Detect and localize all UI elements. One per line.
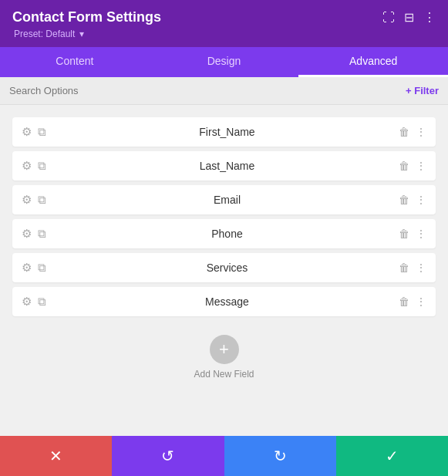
settings-icon[interactable]: ⚙ bbox=[22, 193, 32, 207]
more-options-icon[interactable]: ⋮ bbox=[416, 160, 426, 172]
more-options-icon[interactable]: ⋮ bbox=[416, 262, 426, 274]
field-name: Services bbox=[56, 262, 399, 274]
table-row: ⚙ ⧉ Last_Name 🗑 ⋮ bbox=[12, 151, 436, 181]
search-bar: + Filter bbox=[0, 77, 448, 105]
field-name: Last_Name bbox=[56, 160, 399, 172]
cancel-button[interactable]: ✕ bbox=[0, 436, 112, 476]
field-right-icons: 🗑 ⋮ bbox=[399, 194, 426, 206]
field-left-icons: ⚙ ⧉ bbox=[22, 261, 46, 275]
search-input[interactable] bbox=[9, 85, 406, 96]
field-name: Phone bbox=[56, 228, 399, 240]
field-left-icons: ⚙ ⧉ bbox=[22, 295, 46, 309]
field-left-icons: ⚙ ⧉ bbox=[22, 193, 46, 207]
table-row: ⚙ ⧉ First_Name 🗑 ⋮ bbox=[12, 117, 436, 147]
add-field-section: + Add New Field bbox=[12, 321, 436, 392]
more-options-icon[interactable]: ⋮ bbox=[416, 126, 426, 138]
field-left-icons: ⚙ ⧉ bbox=[22, 159, 46, 173]
bottom-bar: ✕ ↺ ↻ ✓ bbox=[0, 436, 448, 476]
tab-design[interactable]: Design bbox=[150, 47, 299, 77]
tab-advanced[interactable]: Advanced bbox=[298, 47, 448, 77]
field-name: First_Name bbox=[56, 126, 399, 138]
add-new-field-button[interactable]: + bbox=[210, 335, 239, 364]
field-right-icons: 🗑 ⋮ bbox=[399, 160, 426, 172]
delete-icon[interactable]: 🗑 bbox=[399, 194, 409, 206]
duplicate-icon[interactable]: ⧉ bbox=[38, 125, 46, 139]
field-left-icons: ⚙ ⧉ bbox=[22, 125, 46, 139]
columns-icon[interactable]: ⊟ bbox=[404, 10, 414, 25]
field-right-icons: 🗑 ⋮ bbox=[399, 295, 426, 308]
table-row: ⚙ ⧉ Message 🗑 ⋮ bbox=[12, 287, 436, 316]
add-field-label: Add New Field bbox=[194, 369, 254, 380]
delete-icon[interactable]: 🗑 bbox=[399, 295, 409, 308]
header-top: Contact Form Settings ⛶ ⊟ ⋮ bbox=[12, 9, 436, 25]
tab-content[interactable]: Content bbox=[0, 47, 150, 77]
settings-icon[interactable]: ⚙ bbox=[22, 125, 32, 139]
expand-icon[interactable]: ⛶ bbox=[382, 11, 395, 25]
field-name: Message bbox=[56, 295, 399, 308]
tabs: Content Design Advanced bbox=[0, 47, 448, 77]
settings-icon[interactable]: ⚙ bbox=[22, 159, 32, 173]
delete-icon[interactable]: 🗑 bbox=[399, 126, 409, 138]
more-icon[interactable]: ⋮ bbox=[423, 10, 436, 25]
save-button[interactable]: ✓ bbox=[336, 436, 448, 476]
more-options-icon[interactable]: ⋮ bbox=[416, 194, 426, 206]
duplicate-icon[interactable]: ⧉ bbox=[38, 295, 46, 309]
field-left-icons: ⚙ ⧉ bbox=[22, 227, 46, 241]
contact-form-settings-window: Contact Form Settings ⛶ ⊟ ⋮ Preset: Defa… bbox=[0, 0, 448, 476]
table-row: ⚙ ⧉ Email 🗑 ⋮ bbox=[12, 185, 436, 214]
field-right-icons: 🗑 ⋮ bbox=[399, 126, 426, 138]
duplicate-icon[interactable]: ⧉ bbox=[38, 159, 46, 173]
header-icons: ⛶ ⊟ ⋮ bbox=[382, 10, 436, 25]
more-options-icon[interactable]: ⋮ bbox=[416, 228, 426, 240]
field-right-icons: 🗑 ⋮ bbox=[399, 228, 426, 240]
duplicate-icon[interactable]: ⧉ bbox=[38, 193, 46, 207]
duplicate-icon[interactable]: ⧉ bbox=[38, 227, 46, 241]
undo-button[interactable]: ↺ bbox=[112, 436, 224, 476]
delete-icon[interactable]: 🗑 bbox=[399, 228, 409, 240]
field-name: Email bbox=[56, 194, 399, 206]
delete-icon[interactable]: 🗑 bbox=[399, 262, 409, 274]
settings-icon[interactable]: ⚙ bbox=[22, 227, 32, 241]
settings-icon[interactable]: ⚙ bbox=[22, 295, 32, 309]
delete-icon[interactable]: 🗑 bbox=[399, 160, 409, 172]
fields-list: ⚙ ⧉ First_Name 🗑 ⋮ ⚙ ⧉ Last_Name 🗑 ⋮ ⚙ bbox=[0, 105, 448, 436]
settings-icon[interactable]: ⚙ bbox=[22, 261, 32, 275]
table-row: ⚙ ⧉ Services 🗑 ⋮ bbox=[12, 253, 436, 282]
header-title: Contact Form Settings bbox=[12, 9, 161, 25]
preset-selector[interactable]: Preset: Default ▾ bbox=[12, 29, 436, 39]
filter-button[interactable]: + Filter bbox=[406, 85, 439, 96]
redo-button[interactable]: ↻ bbox=[224, 436, 336, 476]
more-options-icon[interactable]: ⋮ bbox=[416, 295, 426, 308]
field-right-icons: 🗑 ⋮ bbox=[399, 262, 426, 274]
duplicate-icon[interactable]: ⧉ bbox=[38, 261, 46, 275]
table-row: ⚙ ⧉ Phone 🗑 ⋮ bbox=[12, 219, 436, 248]
header: Contact Form Settings ⛶ ⊟ ⋮ Preset: Defa… bbox=[0, 0, 448, 47]
